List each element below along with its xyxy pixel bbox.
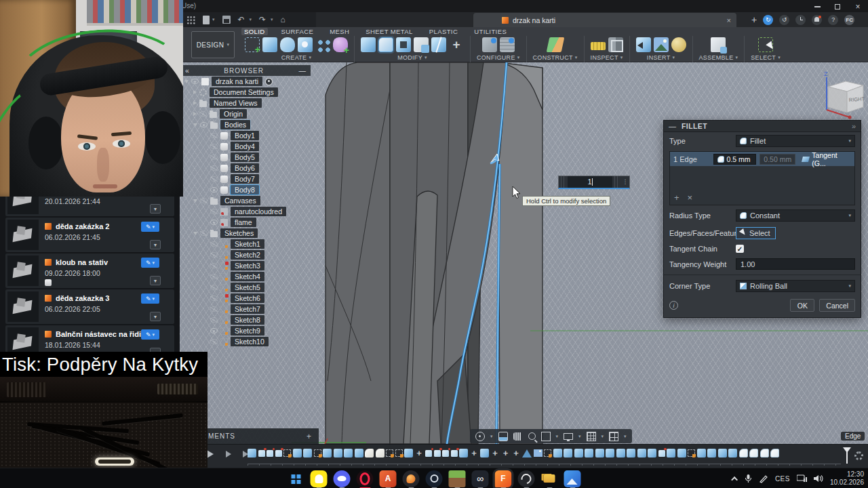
clock-icon[interactable]: [795, 15, 806, 25]
continuity-dropdown[interactable]: Tangent (G...: [799, 154, 851, 165]
browser-item-sketch2[interactable]: Sketch2: [180, 249, 319, 260]
browser-item-sketch7[interactable]: Sketch7: [180, 304, 319, 314]
browser-item-narutocloudred[interactable]: narutocloudred: [180, 206, 319, 217]
canvas-img-icon[interactable]: [654, 37, 669, 52]
timeline-settings-gear-icon[interactable]: [854, 451, 863, 460]
input-menu-icon[interactable]: ⋮: [621, 176, 629, 188]
revolve-icon[interactable]: [280, 37, 295, 52]
pen-icon[interactable]: [759, 474, 768, 483]
new-tab-icon[interactable]: +: [751, 14, 757, 25]
ribbon-group-label[interactable]: ASSEMBLE▾: [699, 54, 738, 61]
chevron-down-icon[interactable]: [193, 199, 197, 203]
remove-edge-set-icon[interactable]: ×: [688, 192, 693, 203]
timeline-extrude-icon[interactable]: [627, 449, 635, 458]
project-versions-dropdown[interactable]: ▾: [150, 204, 161, 214]
timeline-extrude-icon[interactable]: [595, 449, 604, 458]
browser-item-body4[interactable]: Body4: [180, 141, 319, 152]
tangent-chain-checkbox[interactable]: ✓: [736, 245, 744, 253]
display-settings-icon[interactable]: [564, 433, 573, 440]
timeline-image-icon[interactable]: [534, 449, 542, 457]
radius-value-input[interactable]: 1 ⋮: [558, 176, 630, 189]
timeline-extrude-icon[interactable]: [355, 449, 363, 458]
browser-item-label[interactable]: Body1: [231, 131, 259, 140]
taskbar-app-minecraft[interactable]: [449, 470, 466, 487]
browser-item-sketch6[interactable]: Sketch6: [180, 293, 319, 304]
select-button[interactable]: Select: [736, 227, 776, 239]
visibility-icon[interactable]: [191, 79, 199, 84]
timeline-fillet-icon[interactable]: [770, 449, 779, 458]
step-forward-icon[interactable]: [226, 451, 235, 458]
insert-mesh-icon[interactable]: [636, 37, 651, 52]
chevron-down-icon[interactable]: ▾: [556, 434, 559, 439]
timeline-extrude-icon[interactable]: [480, 449, 489, 458]
browser-item-label[interactable]: flame: [231, 218, 256, 227]
radius-type-dropdown[interactable]: Constant ▾: [736, 209, 855, 222]
fillet-dialog-header[interactable]: — FILLET »: [664, 121, 861, 132]
sync-icon[interactable]: ↻: [763, 15, 773, 25]
ribbon-group-label[interactable]: CONSTRUCT▾: [533, 54, 578, 61]
dialog-collapse-icon[interactable]: —: [669, 122, 676, 130]
timeline-comp-icon[interactable]: [451, 450, 458, 457]
taskbar-app-autodesk[interactable]: A: [380, 470, 397, 487]
timeline-extrude-icon[interactable]: [718, 449, 727, 458]
visibility-icon[interactable]: [210, 165, 218, 171]
config-table-icon[interactable]: [500, 37, 515, 52]
browser-item-document-settings[interactable]: Document Settings: [180, 87, 319, 98]
project-card-d-da-zak-zka-2[interactable]: děda zakázka 206.02.2026 21:45✎▾▾: [5, 218, 174, 252]
ok-button[interactable]: OK: [790, 299, 814, 312]
timeline-comp-icon[interactable]: [267, 450, 273, 457]
browser-item-label[interactable]: Sketch3: [231, 261, 264, 270]
window-maximize-button[interactable]: [829, 2, 846, 11]
look-at-icon[interactable]: [498, 432, 508, 441]
visibility-icon[interactable]: [210, 133, 218, 138]
browser-item-label[interactable]: Sketch8: [231, 315, 264, 325]
browser-item-body6[interactable]: Body6: [180, 163, 319, 174]
configure-icon[interactable]: [482, 37, 497, 52]
timeline-triangle-icon[interactable]: [522, 449, 532, 458]
document-tab[interactable]: drzak na karti ×: [473, 13, 736, 27]
visibility-icon[interactable]: [210, 285, 218, 290]
tangency-weight-input[interactable]: 1.00: [736, 258, 855, 270]
browser-item-canvases[interactable]: Canvases: [180, 195, 319, 206]
select-box-icon[interactable]: [758, 37, 773, 52]
activate-component-icon[interactable]: [265, 78, 273, 85]
timeline-extrude-icon[interactable]: [553, 449, 562, 458]
browser-item-label[interactable]: Sketch9: [231, 326, 264, 336]
visibility-icon[interactable]: [210, 274, 218, 279]
clock[interactable]: 12:30 10.02.2026: [830, 470, 864, 487]
edge-set-row[interactable]: 1 Edge 0.5 mm 0.50 mm Tangent (G...: [670, 152, 854, 166]
timeline-move-icon[interactable]: +: [491, 449, 500, 458]
add-edge-set-icon[interactable]: +: [674, 192, 679, 203]
viewports-icon[interactable]: [609, 432, 618, 441]
timeline-comp-icon[interactable]: [434, 450, 441, 457]
document-tab-close-icon[interactable]: ×: [727, 16, 731, 24]
joint-icon[interactable]: [711, 37, 726, 52]
drag-handle-right[interactable]: [612, 176, 621, 188]
taskbar-app-fusion-360[interactable]: F: [495, 470, 512, 487]
visibility-icon[interactable]: [210, 296, 218, 301]
browser-item-label[interactable]: Sketches: [220, 228, 258, 238]
sketch-new-icon[interactable]: [245, 37, 260, 52]
timeline-extrude-icon[interactable]: [606, 449, 614, 458]
timeline-move-icon[interactable]: +: [501, 449, 510, 458]
move-icon[interactable]: +: [449, 37, 464, 52]
view-cube[interactable]: Z RIGHT: [817, 68, 868, 121]
timeline-extrude-icon[interactable]: [303, 449, 312, 458]
redo-icon[interactable]: ↷: [259, 16, 268, 24]
window-close-button[interactable]: ×: [849, 2, 867, 11]
chevron-down-icon[interactable]: [193, 232, 197, 235]
browser-item-sketch9[interactable]: Sketch9: [180, 325, 319, 336]
chevron-down-icon[interactable]: ▾: [578, 434, 581, 439]
timeline-fillet-icon[interactable]: [739, 449, 748, 458]
taskbar-app-photos[interactable]: [564, 470, 581, 487]
volume-icon[interactable]: [814, 474, 823, 483]
panel-collapse-icon[interactable]: «: [185, 66, 189, 75]
history-icon[interactable]: ↺: [779, 15, 789, 25]
ribbon-group-label[interactable]: INSPECT▾: [591, 54, 623, 61]
timeline-comp-icon[interactable]: [442, 450, 449, 457]
timeline-revolve-icon[interactable]: [365, 449, 374, 458]
pan-icon[interactable]: [513, 432, 523, 441]
drag-handle-left[interactable]: [559, 176, 568, 188]
open-project-button[interactable]: ✎▾: [141, 222, 159, 232]
timeline-sketch-icon[interactable]: [314, 449, 321, 457]
